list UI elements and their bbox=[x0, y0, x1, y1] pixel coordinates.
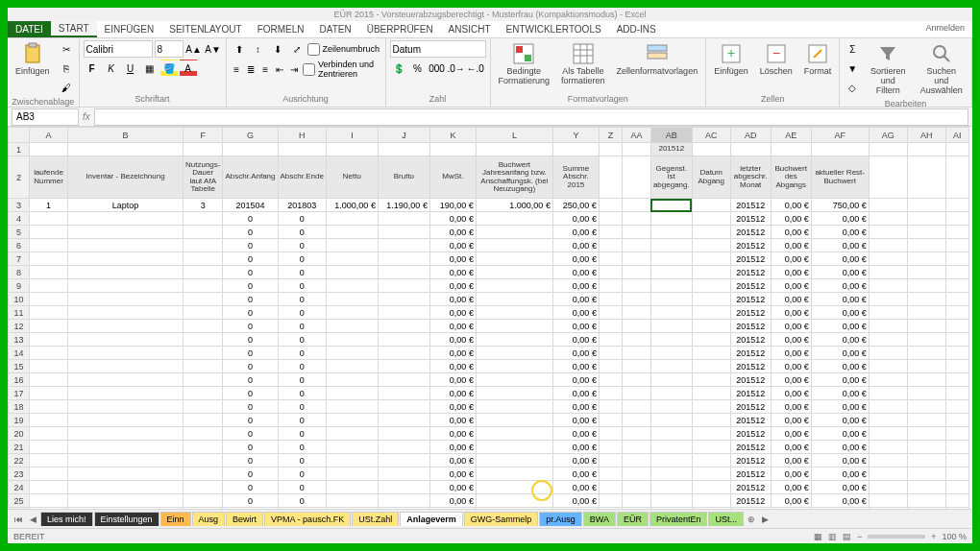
clear-button[interactable]: ◇ bbox=[844, 79, 861, 96]
cell-AD20[interactable]: 201512 bbox=[730, 427, 771, 441]
cell-AH4[interactable] bbox=[907, 212, 945, 226]
cell-AI5[interactable] bbox=[945, 226, 968, 239]
cell-Y9[interactable]: 0,00 € bbox=[552, 279, 599, 293]
cell-G15[interactable]: 0 bbox=[223, 360, 278, 373]
cell-AG4[interactable] bbox=[869, 212, 907, 226]
cell-AA7[interactable] bbox=[622, 252, 650, 266]
cell-AF24[interactable]: 0,00 € bbox=[811, 481, 869, 494]
cell-AI14[interactable] bbox=[945, 347, 968, 360]
cell-AH19[interactable] bbox=[907, 414, 945, 427]
cell-AC2[interactable]: Datum Abgang bbox=[692, 156, 730, 199]
cell-AC5[interactable] bbox=[692, 226, 730, 239]
cell-AE8[interactable]: 0,00 € bbox=[771, 266, 811, 279]
cell-AB11[interactable] bbox=[650, 306, 692, 320]
login-link[interactable]: Anmelden bbox=[918, 21, 972, 37]
cell-AA15[interactable] bbox=[622, 360, 650, 373]
cell-AD4[interactable]: 201512 bbox=[730, 212, 771, 226]
col-header-B[interactable]: B bbox=[68, 128, 184, 143]
cell-AI19[interactable] bbox=[945, 414, 968, 427]
autosum-button[interactable]: Σ bbox=[844, 40, 861, 58]
cell-AC25[interactable] bbox=[692, 494, 730, 508]
cell-AD19[interactable]: 201512 bbox=[730, 414, 771, 427]
cell-L10[interactable] bbox=[476, 293, 552, 306]
cell-I20[interactable] bbox=[326, 427, 378, 441]
cell-Z19[interactable] bbox=[599, 414, 622, 427]
cell-AB26[interactable] bbox=[650, 508, 692, 510]
cell-H17[interactable]: 0 bbox=[278, 387, 326, 400]
cell-J4[interactable] bbox=[378, 212, 429, 226]
row-header-24[interactable]: 24 bbox=[9, 481, 30, 494]
cell-G5[interactable]: 0 bbox=[223, 226, 278, 239]
cell-AE26[interactable]: 0,00 € bbox=[771, 508, 811, 510]
cell-AA13[interactable] bbox=[622, 333, 650, 347]
shrink-font-button[interactable]: A▼ bbox=[205, 40, 222, 58]
font-size-select[interactable] bbox=[155, 40, 184, 58]
cell-J17[interactable] bbox=[378, 387, 429, 400]
cell-L20[interactable] bbox=[476, 427, 552, 441]
cell-Y19[interactable]: 0,00 € bbox=[552, 414, 599, 427]
cell-G6[interactable]: 0 bbox=[223, 239, 278, 252]
col-header-AI[interactable]: AI bbox=[945, 128, 968, 143]
cell-K11[interactable]: 0,00 € bbox=[429, 306, 476, 320]
cell-AB16[interactable] bbox=[650, 373, 692, 387]
cell-L2[interactable]: Buchwert Jahresanfang bzw. Anschaffungsk… bbox=[476, 156, 552, 199]
cell-AG12[interactable] bbox=[869, 320, 907, 333]
tab-file[interactable]: DATEI bbox=[8, 21, 51, 37]
insert-cells-button[interactable]: +Einfügen bbox=[710, 40, 752, 79]
cell-AH23[interactable] bbox=[907, 467, 945, 481]
cell-H11[interactable]: 0 bbox=[278, 306, 326, 320]
cell-AE9[interactable]: 0,00 € bbox=[771, 279, 811, 293]
cell-A6[interactable] bbox=[30, 239, 68, 252]
cell-J15[interactable] bbox=[378, 360, 429, 373]
cell-AB22[interactable] bbox=[650, 454, 692, 467]
cell-AB23[interactable] bbox=[650, 467, 692, 481]
cell-Y20[interactable]: 0,00 € bbox=[552, 427, 599, 441]
cell-AD26[interactable]: 201512 bbox=[730, 508, 771, 510]
cell-AC6[interactable] bbox=[692, 239, 730, 252]
cell-A23[interactable] bbox=[30, 467, 68, 481]
cell-AF16[interactable]: 0,00 € bbox=[811, 373, 869, 387]
align-center-button[interactable]: ≣ bbox=[245, 60, 257, 78]
cell-AD8[interactable]: 201512 bbox=[730, 266, 771, 279]
cell-J11[interactable] bbox=[378, 306, 429, 320]
cell-AB4[interactable] bbox=[650, 212, 692, 226]
cell-AB24[interactable] bbox=[650, 481, 692, 494]
cell-I1[interactable] bbox=[326, 143, 378, 156]
cell-B12[interactable] bbox=[68, 320, 184, 333]
cell-G11[interactable]: 0 bbox=[223, 306, 278, 320]
cell-AH24[interactable] bbox=[907, 481, 945, 494]
cell-styles-button[interactable]: Zellenformatvorlagen bbox=[613, 40, 702, 79]
font-color-button[interactable]: A bbox=[180, 60, 197, 77]
row-header-8[interactable]: 8 bbox=[9, 266, 30, 279]
tab-pagelayout[interactable]: SEITENLAYOUT bbox=[161, 21, 249, 37]
cell-Y26[interactable]: 0,00 € bbox=[552, 508, 599, 510]
cell-AA18[interactable] bbox=[622, 400, 650, 414]
cell-J14[interactable] bbox=[378, 347, 429, 360]
cell-AI12[interactable] bbox=[945, 320, 968, 333]
row-header-18[interactable]: 18 bbox=[9, 400, 30, 414]
cell-AF20[interactable]: 0,00 € bbox=[811, 427, 869, 441]
cell-Z25[interactable] bbox=[599, 494, 622, 508]
cell-AD13[interactable]: 201512 bbox=[730, 333, 771, 347]
cell-AB8[interactable] bbox=[650, 266, 692, 279]
cell-A14[interactable] bbox=[30, 347, 68, 360]
cell-AC21[interactable] bbox=[692, 441, 730, 454]
zoom-out-button[interactable]: − bbox=[857, 532, 862, 541]
cell-AC10[interactable] bbox=[692, 293, 730, 306]
cell-AA9[interactable] bbox=[622, 279, 650, 293]
col-header-K[interactable]: K bbox=[429, 128, 476, 143]
sheet-tab-6[interactable]: USt.Zahl bbox=[352, 512, 399, 526]
cell-B6[interactable] bbox=[68, 239, 184, 252]
paste-button[interactable]: Einfügen bbox=[12, 40, 54, 79]
cell-G3[interactable]: 201504 bbox=[223, 199, 278, 212]
cell-B25[interactable] bbox=[68, 494, 184, 508]
cell-Y17[interactable]: 0,00 € bbox=[552, 387, 599, 400]
cell-AC22[interactable] bbox=[692, 454, 730, 467]
cell-K7[interactable]: 0,00 € bbox=[429, 252, 476, 266]
cell-A3[interactable]: 1 bbox=[30, 199, 68, 212]
cell-A12[interactable] bbox=[30, 320, 68, 333]
cell-Y21[interactable]: 0,00 € bbox=[552, 441, 599, 454]
cell-AA21[interactable] bbox=[622, 441, 650, 454]
cell-AF4[interactable]: 0,00 € bbox=[811, 212, 869, 226]
sheet-tab-10[interactable]: BWA bbox=[583, 512, 616, 526]
